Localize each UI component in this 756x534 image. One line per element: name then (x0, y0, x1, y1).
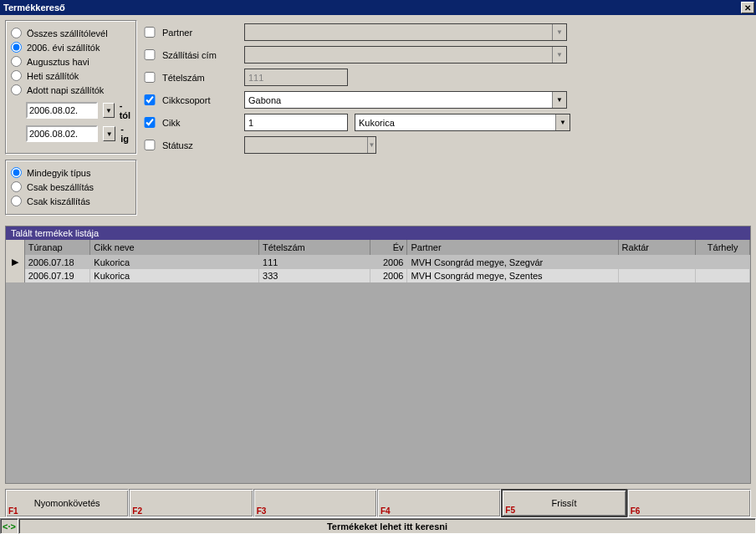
chk-status[interactable] (144, 140, 156, 150)
date-from-row: ▼ -tól (26, 100, 131, 120)
table-row[interactable]: 2006.07.19 Kukorica 333 2006 MVH Csongrá… (6, 269, 750, 282)
szcim-input (245, 47, 552, 63)
date-to-suffix: -ig (120, 124, 131, 144)
combo-status[interactable]: ▼ (244, 136, 376, 154)
lbl-status: Státusz (162, 140, 238, 150)
lbl-szcim: Szállítási cím (162, 50, 238, 60)
cell-tarhely (696, 269, 750, 282)
chk-cikk[interactable] (144, 117, 156, 128)
col-raktar[interactable]: Raktár (618, 240, 696, 255)
row-tetel: Tételszám (144, 69, 751, 86)
row-indicator-icon: ▶ (6, 255, 24, 269)
row-status: Státusz ▼ (144, 136, 751, 154)
cell-partner: MVH Csongrád megye, Szentes (407, 269, 618, 282)
date-from-dropdown[interactable]: ▼ (103, 103, 115, 118)
date-to-input[interactable] (26, 125, 98, 142)
cell-raktar (618, 269, 696, 282)
radio-kiszallitas[interactable]: Csak kiszállítás (11, 194, 131, 208)
cell-turanap: 2006.07.19 (24, 269, 90, 282)
radio-mindegyik[interactable]: Mindegyik típus (11, 165, 131, 180)
combo-szcim[interactable]: ▼ (244, 46, 567, 64)
chevron-down-icon: ▼ (555, 114, 570, 130)
results-panel: Talált termékek listája Túranap Cikk nev… (5, 226, 751, 484)
combo-cikk[interactable]: ▼ (355, 114, 570, 131)
status-input (245, 137, 367, 153)
row-partner: Partner ▼ (144, 23, 751, 41)
resize-icon[interactable]: <·> (0, 518, 18, 534)
function-key-bar: NyomonkövetésF1 F2 F3 F4 FrissítF5 F6 (5, 489, 751, 517)
cikk-name-input[interactable] (355, 114, 555, 130)
lbl-cikkcsoport: Cikkcsoport (162, 95, 238, 105)
cell-raktar (618, 255, 696, 269)
type-group: Mindegyik típus Csak beszállítás Csak ki… (5, 160, 137, 216)
date-to-dropdown[interactable]: ▼ (103, 126, 115, 141)
col-indicator[interactable] (6, 240, 24, 255)
chevron-down-icon: ▼ (106, 130, 113, 138)
lbl-tetel: Tételszám (162, 73, 238, 83)
combo-partner[interactable]: ▼ (244, 23, 567, 41)
date-from-suffix: -tól (120, 100, 131, 120)
status-message: Termékeket lehet itt keresni (18, 518, 756, 534)
f5-button[interactable]: FrissítF5 (501, 489, 626, 517)
lbl-cikk: Cikk (162, 118, 238, 128)
cell-partner: MVH Csongrád megye, Szegvár (407, 255, 618, 269)
row-cikk: Cikk ▼ (144, 114, 751, 131)
cell-ev: 2006 (370, 255, 407, 269)
radio-heti[interactable]: Heti szállítók (11, 69, 131, 83)
cell-ev: 2006 (370, 269, 407, 282)
row-szcim: Szállítási cím ▼ (144, 46, 751, 64)
col-turanap[interactable]: Túranap (24, 240, 90, 255)
row-indicator-icon (6, 269, 24, 282)
cell-cikknev: Kukorica (90, 269, 259, 282)
close-icon: ✕ (744, 3, 751, 13)
lbl-partner: Partner (162, 28, 238, 38)
radio-beszallitas[interactable]: Csak beszállítás (11, 180, 131, 194)
chevron-down-icon: ▼ (105, 107, 112, 114)
f3-button[interactable]: F3 (253, 489, 377, 517)
chevron-down-icon: ▼ (552, 92, 566, 108)
cell-turanap: 2006.07.18 (24, 255, 90, 269)
cell-tarhely (696, 255, 750, 269)
chevron-down-icon: ▼ (552, 47, 566, 63)
close-button[interactable]: ✕ (741, 2, 754, 13)
col-partner[interactable]: Partner (407, 240, 618, 255)
cikk-code-input[interactable] (244, 114, 348, 131)
date-to-row: ▼ -ig (26, 124, 131, 144)
col-cikknev[interactable]: Cikk neve (90, 240, 259, 255)
cell-tetel: 111 (259, 255, 370, 269)
col-tarhely[interactable]: Tárhely (696, 240, 750, 255)
results-grid[interactable]: Túranap Cikk neve Tételszám Év Partner R… (6, 240, 750, 483)
radio-2006-evi[interactable]: 2006. évi szállítók (11, 40, 131, 54)
date-scope-group: Összes szállítólevél 2006. évi szállítók… (5, 20, 137, 155)
chk-cikkcsoport[interactable] (144, 94, 156, 105)
chevron-down-icon: ▼ (552, 24, 566, 40)
f4-button[interactable]: F4 (377, 489, 501, 517)
chk-tetel[interactable] (144, 72, 156, 83)
radio-adott-napi[interactable]: Adott napi szállítók (11, 83, 131, 97)
statusbar: <·> Termékeket lehet itt keresni (0, 517, 756, 534)
combo-cikkcsoport[interactable]: ▼ (244, 91, 567, 109)
results-table: Túranap Cikk neve Tételszám Év Partner R… (6, 240, 750, 282)
radio-augusztus[interactable]: Augusztus havi (11, 54, 131, 69)
window-title: Termékkereső (3, 3, 741, 13)
cikkcsoport-input[interactable] (245, 92, 552, 108)
chk-szcim[interactable] (144, 49, 156, 60)
f2-button[interactable]: F2 (129, 489, 253, 517)
radio-osszes[interactable]: Összes szállítólevél (11, 26, 131, 40)
f1-button[interactable]: NyomonkövetésF1 (5, 489, 129, 517)
f6-button[interactable]: F6 (627, 489, 751, 517)
chk-partner[interactable] (144, 27, 156, 38)
col-tetel[interactable]: Tételszám (259, 240, 370, 255)
row-cikkcsoport: Cikkcsoport ▼ (144, 91, 751, 109)
titlebar: Termékkereső ✕ (0, 0, 756, 15)
filter-area: Összes szállítólevél 2006. évi szállítók… (0, 15, 756, 221)
tetel-input[interactable] (244, 69, 348, 86)
date-from-input[interactable] (26, 102, 98, 119)
col-ev[interactable]: Év (370, 240, 407, 255)
cell-tetel: 333 (259, 269, 370, 282)
cell-cikknev: Kukorica (90, 255, 259, 269)
partner-input (245, 24, 552, 40)
chevron-down-icon: ▼ (367, 137, 375, 153)
form-panel: Partner ▼ Szállítási cím ▼ Tételszám Cik… (144, 20, 751, 216)
table-row[interactable]: ▶ 2006.07.18 Kukorica 111 2006 MVH Csong… (6, 255, 750, 269)
